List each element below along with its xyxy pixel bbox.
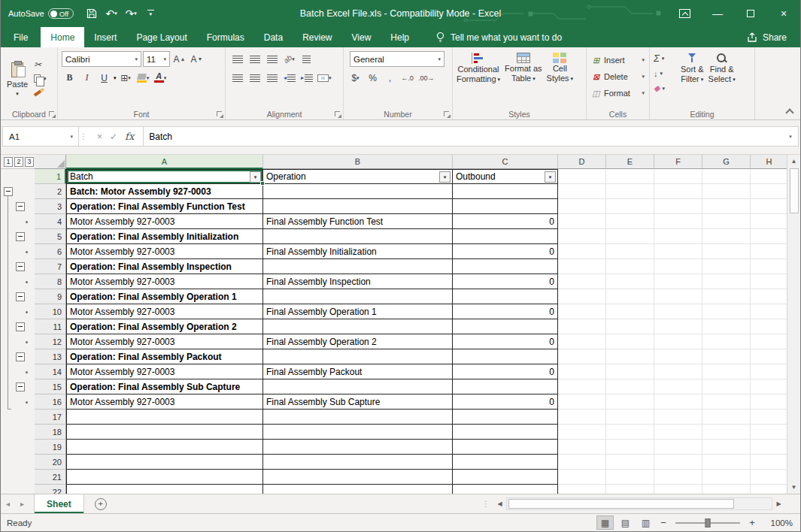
borders-button[interactable]: ⊞▾ [118, 70, 134, 86]
filter-dropdown-button-A1[interactable]: ▾ [250, 171, 261, 183]
cell-B17[interactable] [263, 410, 453, 425]
tab-file[interactable]: File [1, 27, 41, 47]
cell-G12[interactable] [702, 334, 751, 349]
cell-H18[interactable] [751, 425, 787, 440]
column-header-E[interactable]: E [606, 155, 654, 169]
shrink-font-button[interactable]: A▼ [189, 51, 205, 67]
cell-F10[interactable] [654, 304, 702, 319]
cell-H22[interactable] [751, 485, 787, 494]
cell-G9[interactable] [702, 289, 751, 304]
sheet-nav-left-icon[interactable]: ◂ [1, 500, 15, 508]
cell-C15[interactable] [453, 379, 558, 394]
tab-home[interactable]: Home [41, 27, 84, 47]
cell-B12[interactable]: Final Assembly Operation 2 [263, 334, 453, 349]
cell-F18[interactable] [654, 425, 702, 440]
copy-button[interactable]: ▾ [32, 72, 48, 86]
cell-H9[interactable] [751, 289, 787, 304]
filter-dropdown-button-B1[interactable]: ▾ [439, 171, 451, 183]
cell-D10[interactable] [558, 304, 606, 319]
cell-D14[interactable] [558, 364, 606, 379]
row-header-13[interactable]: 13 [35, 349, 66, 364]
cell-A15[interactable]: Operation: Final Assembly Sub Capture [66, 379, 263, 394]
cell-B6[interactable]: Final Assembly Initialization [263, 244, 453, 259]
row-header-14[interactable]: 14 [35, 364, 66, 379]
cell-E16[interactable] [606, 394, 654, 410]
outline-level-button-2[interactable]: 2 [14, 157, 23, 167]
cell-D20[interactable] [558, 455, 606, 470]
cell-C2[interactable] [453, 184, 558, 199]
cell-D3[interactable] [558, 199, 606, 214]
cell-A6[interactable]: Motor Assembly 927-0003 [66, 244, 263, 259]
cell-G16[interactable] [702, 394, 751, 410]
cell-B8[interactable]: Final Assembly Inspection [263, 274, 453, 289]
outline-collapse-button[interactable] [16, 322, 25, 331]
column-header-G[interactable]: G [702, 155, 751, 169]
cell-E9[interactable] [606, 289, 654, 304]
tab-data[interactable]: Data [254, 27, 293, 47]
cell-F6[interactable] [654, 244, 702, 259]
row-header-19[interactable]: 19 [35, 440, 66, 455]
align-center-button[interactable] [247, 70, 262, 86]
cell-G13[interactable] [702, 349, 751, 364]
cell-C14[interactable]: 0 [453, 364, 558, 379]
cell-C1[interactable]: Outbound▾ [453, 169, 558, 184]
autosave-toggle[interactable]: AutoSave Off [8, 8, 74, 19]
cell-G19[interactable] [702, 440, 751, 455]
cell-C3[interactable] [453, 199, 558, 214]
conditional-formatting-button[interactable]: Conditional Formatting▾ [454, 51, 502, 85]
decrease-indent-button[interactable]: ◂ [281, 70, 297, 86]
cell-H6[interactable] [751, 244, 787, 259]
insert-function-button[interactable]: fx [125, 131, 134, 142]
grow-font-button[interactable]: A▲ [171, 51, 187, 67]
row-header-7[interactable]: 7 [35, 259, 66, 274]
cell-A17[interactable] [66, 410, 263, 425]
cell-G10[interactable] [702, 304, 751, 319]
cell-F9[interactable] [654, 289, 702, 304]
cell-D15[interactable] [558, 379, 606, 394]
cell-A5[interactable]: Operation: Final Assembly Initialization [66, 229, 263, 244]
cell-B14[interactable]: Final Assembly Packout [263, 364, 453, 379]
outline-collapse-button[interactable] [16, 352, 25, 361]
row-header-9[interactable]: 9 [35, 289, 66, 304]
tab-insert[interactable]: Insert [84, 27, 126, 47]
format-painter-button[interactable] [32, 86, 48, 100]
vertical-scroll-thumb[interactable] [790, 168, 799, 213]
cell-E14[interactable] [606, 364, 654, 379]
cell-F14[interactable] [654, 364, 702, 379]
paste-button[interactable]: Paste ▾ [2, 50, 32, 107]
cell-A3[interactable]: Operation: Final Assembly Function Test [66, 199, 263, 214]
cell-B11[interactable] [263, 319, 453, 334]
cell-E19[interactable] [606, 440, 654, 455]
zoom-in-button[interactable]: + [746, 517, 758, 528]
cell-F21[interactable] [654, 470, 702, 485]
cell-G20[interactable] [702, 455, 751, 470]
filter-dropdown-button-C1[interactable]: ▾ [545, 171, 556, 183]
cell-C6[interactable]: 0 [453, 244, 558, 259]
cell-H4[interactable] [751, 214, 787, 229]
increase-indent-button[interactable]: ▸ [299, 70, 314, 86]
row-header-1[interactable]: 1 [35, 169, 66, 184]
cell-E12[interactable] [606, 334, 654, 349]
cell-E11[interactable] [606, 319, 654, 334]
bold-button[interactable]: B [62, 70, 77, 86]
cell-B4[interactable]: Final Assembly Function Test [263, 214, 453, 229]
delete-cells-button[interactable]: ⊠Delete▾ [588, 69, 648, 84]
cell-B22[interactable] [263, 485, 453, 494]
cell-E13[interactable] [606, 349, 654, 364]
scroll-up-arrow[interactable]: ▲ [787, 155, 800, 168]
cell-G14[interactable] [702, 364, 751, 379]
cell-C20[interactable] [453, 455, 558, 470]
cell-F19[interactable] [654, 440, 702, 455]
row-header-18[interactable]: 18 [35, 425, 66, 440]
row-header-20[interactable]: 20 [35, 455, 66, 470]
minimize-button[interactable]: — [701, 0, 734, 27]
cell-H14[interactable] [751, 364, 787, 379]
autosum-button[interactable]: Σ▾ [651, 51, 678, 65]
scroll-left-arrow[interactable]: ◀ [493, 500, 506, 507]
cell-A22[interactable] [66, 485, 263, 494]
cell-E6[interactable] [606, 244, 654, 259]
cell-F8[interactable] [654, 274, 702, 289]
cell-D21[interactable] [558, 470, 606, 485]
cell-E15[interactable] [606, 379, 654, 394]
ribbon-display-options-button[interactable] [668, 0, 701, 27]
